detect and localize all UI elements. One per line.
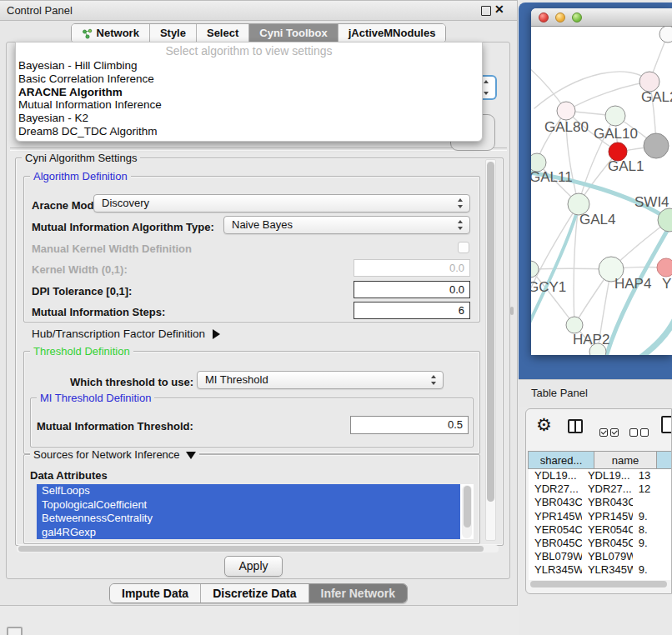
algorithm-option-dream8-dc-tdc-algorithm[interactable]: Dream8 DC_TDC Algorithm	[16, 125, 482, 138]
settings-horizontal-scrollbar[interactable]	[17, 545, 499, 552]
algorithm-option-bayesian-hill-climbing[interactable]: Bayesian - Hill Climbing	[16, 59, 482, 72]
split-columns-icon[interactable]	[568, 419, 583, 433]
tab-impute-data[interactable]: Impute Data	[110, 584, 200, 602]
manual-kernel-width-label: Manual Kernel Width Definition	[32, 242, 192, 255]
network-node-hap2[interactable]	[566, 317, 583, 333]
tab-cyni-toolbox[interactable]: Cyni Toolbox	[248, 24, 337, 42]
algorithm-option-basic-correlation-inference[interactable]: Basic Correlation Inference	[16, 72, 482, 86]
table-row[interactable]: YER054CYER054C8.	[529, 523, 672, 537]
column-header-name[interactable]: name	[594, 451, 657, 469]
table-row[interactable]: YBL079WYBL079W	[529, 550, 672, 563]
attribute-topologicalcoefficient[interactable]: TopologicalCoefficient	[37, 498, 460, 512]
network-edge[interactable]	[534, 72, 649, 108]
combo-up-arrow-icon	[458, 220, 463, 223]
column-header-shared[interactable]: shared...	[528, 451, 594, 469]
sources-group-title[interactable]: Sources for Network Inference	[30, 448, 199, 461]
manual-kernel-width-checkbox[interactable]	[458, 242, 469, 253]
attribute-betweennesscentrality[interactable]: BetweennessCentrality	[37, 512, 460, 526]
network-node-label: GAL11	[531, 169, 573, 185]
attribute-gal4rgexp[interactable]: gal4RGexp	[37, 526, 460, 540]
deselect-all-icon[interactable]	[629, 425, 651, 440]
table-row[interactable]: YPR145WYPR145W9.	[529, 510, 672, 523]
table-horizontal-scrollbar[interactable]	[529, 580, 670, 588]
select-all-icon[interactable]	[599, 425, 621, 440]
horizontal-scrollbar-thumb[interactable]	[18, 546, 484, 552]
group-title: Algorithm Definition	[30, 170, 131, 182]
algorithm-dropdown-placeholder: Select algorithm to view settings	[16, 42, 482, 59]
close-traffic-light-icon[interactable]	[539, 12, 549, 22]
table-row[interactable]: YDL19...YDL19...13	[529, 469, 672, 482]
network-edge[interactable]	[566, 82, 649, 111]
group-title: Cyni Algorithm Settings	[22, 152, 140, 164]
mi-threshold-field[interactable]: 0.5	[350, 416, 469, 434]
network-window-titlebar[interactable]	[531, 8, 672, 27]
tab-infer-network[interactable]: Infer Network	[308, 584, 407, 602]
apply-button[interactable]: Apply	[224, 556, 283, 577]
combo-up-arrow-icon	[431, 375, 436, 378]
network-node[interactable]	[644, 133, 669, 158]
network-node-gal10[interactable]	[605, 106, 625, 126]
table-settings-gear-icon[interactable]: ⚙	[536, 415, 552, 435]
network-node-gal80[interactable]	[557, 102, 575, 120]
which-threshold-select[interactable]: MI Threshold	[197, 371, 444, 389]
network-edge[interactable]	[639, 317, 672, 355]
table-row[interactable]: YBR045CYBR045C9.	[529, 537, 672, 550]
table-row[interactable]: YBR043CYBR043C	[529, 496, 672, 509]
table-window: ⚙ shared...name YDL19...YDL19...13YDR27.…	[525, 408, 672, 594]
algorithm-option-bayesian-k2[interactable]: Bayesian - K2	[16, 112, 482, 125]
table-cell: YLR345W	[582, 563, 633, 577]
mi-steps-field[interactable]: 6	[354, 302, 470, 319]
network-node-label: GAL10	[594, 126, 638, 142]
network-window: GAL2GAL80GAL10GAL1GAL11GAL4SWI4HAP4YGCY1…	[531, 8, 672, 355]
check-mark-icon	[611, 428, 617, 434]
tab-jactivemnodules[interactable]: jActiveMNodules	[338, 24, 446, 42]
hub-transcription-factor-section[interactable]: Hub/Transcription Factor Definition	[32, 328, 220, 340]
network-node-label: GCY1	[531, 279, 566, 295]
attribute-selfloops[interactable]: SelfLoops	[37, 484, 460, 498]
docked-panel-icon[interactable]	[7, 627, 23, 635]
table-cell: YBR043C	[582, 496, 633, 509]
tab-label: jActiveMNodules	[349, 24, 436, 42]
column-header-col2[interactable]	[656, 451, 672, 469]
table-cell: YLR345W	[529, 563, 582, 577]
unchecked-box-icon	[629, 428, 638, 437]
zoom-traffic-light-icon[interactable]	[572, 12, 582, 22]
network-node[interactable]	[659, 27, 672, 42]
tab-select[interactable]: Select	[196, 24, 248, 42]
network-edge[interactable]	[531, 269, 574, 325]
settings-vertical-scrollbar[interactable]	[485, 159, 496, 541]
network-node-y[interactable]	[657, 258, 672, 277]
table-cell: YER054C	[529, 523, 582, 537]
dpi-tolerance-field[interactable]: 0.0	[354, 281, 470, 298]
dpi-tolerance-label: DPI Tolerance [0,1]:	[32, 285, 132, 298]
table-cell	[633, 550, 672, 563]
table-mode-icon[interactable]	[661, 416, 672, 433]
algorithm-option-mutual-information-inference[interactable]: Mutual Information Inference	[16, 98, 482, 112]
algorithm-combo-focused-edge[interactable]	[481, 75, 497, 100]
list-vertical-scrollbar[interactable]	[462, 485, 472, 538]
network-node-label: GAL2	[641, 89, 672, 105]
minimize-traffic-light-icon[interactable]	[555, 12, 565, 22]
table-row[interactable]: YLR345WYLR345W9.	[529, 563, 672, 577]
kernel-width-field[interactable]: 0.0	[354, 259, 470, 277]
float-window-icon[interactable]	[481, 6, 491, 16]
close-icon[interactable]: ✕	[494, 2, 504, 16]
horizontal-scrollbar-thumb[interactable]	[530, 581, 667, 588]
table-row[interactable]: YDR27...YDR27...12	[529, 482, 672, 496]
algorithm-option-aracne-algorithm[interactable]: ARACNE Algorithm	[16, 86, 482, 99]
kernel-width-label: Kernel Width (0,1):	[32, 263, 128, 276]
table-cell: YBL079W	[582, 550, 633, 563]
data-attributes-list[interactable]: SelfLoopsTopologicalCoefficientBetweenne…	[37, 484, 474, 539]
panel-divider-grip[interactable]	[510, 307, 514, 315]
tab-network[interactable]: Network	[72, 24, 149, 42]
aracne-mode-select[interactable]: Discovery	[93, 194, 470, 212]
vertical-scrollbar-thumb[interactable]	[464, 486, 471, 528]
combo-down-arrow-icon	[484, 92, 489, 95]
tab-style[interactable]: Style	[149, 24, 196, 42]
network-canvas[interactable]: GAL2GAL80GAL10GAL1GAL11GAL4SWI4HAP4YGCY1…	[531, 27, 672, 355]
sources-title-text: Sources for Network Inference	[33, 448, 180, 461]
tab-discretize-data[interactable]: Discretize Data	[200, 584, 308, 602]
vertical-scrollbar-thumb[interactable]	[487, 162, 494, 502]
mi-algorithm-type-select[interactable]: Naive Bayes	[223, 216, 470, 234]
collapse-down-icon	[186, 452, 196, 459]
